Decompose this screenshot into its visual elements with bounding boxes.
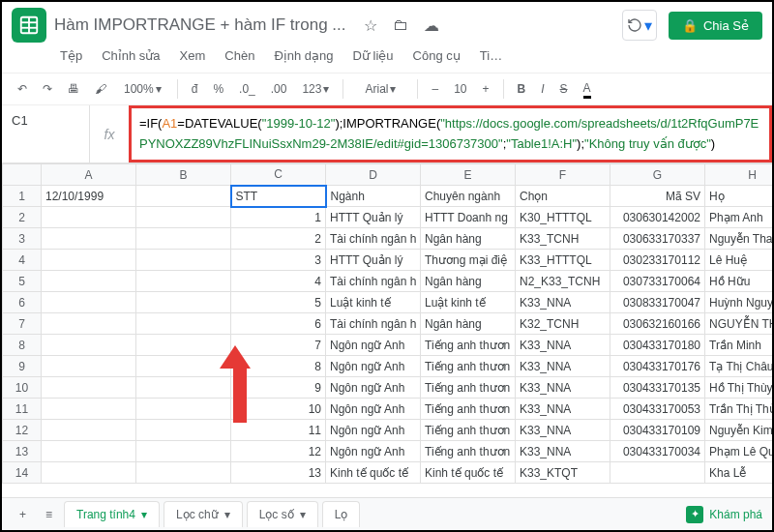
redo-button[interactable]: ↷ (37, 78, 58, 100)
cell[interactable]: K33_TCNH (516, 228, 610, 250)
sheet-tab-3[interactable]: Lọc số ▾ (247, 501, 318, 527)
cell[interactable]: 030433170176 (610, 356, 705, 377)
cell[interactable] (42, 399, 136, 420)
cell[interactable]: K30_HTTTQL (516, 207, 610, 228)
cell[interactable] (610, 462, 705, 484)
cell[interactable]: 030833170047 (610, 292, 705, 313)
cell[interactable]: K33_NNA (516, 335, 610, 356)
row-header[interactable]: 9 (3, 356, 42, 377)
cell[interactable]: Mã SV (610, 186, 705, 207)
cell[interactable]: K32_TCNH (516, 313, 610, 335)
cell[interactable]: K33_NNA (516, 377, 610, 399)
history-button[interactable]: ▾ (622, 10, 657, 41)
cell[interactable]: 030433170135 (610, 377, 705, 399)
cell[interactable] (136, 250, 231, 271)
cell[interactable]: K33_NNA (516, 420, 610, 441)
cell[interactable] (42, 250, 136, 271)
cell[interactable]: Tiếng anh thươn (421, 335, 516, 356)
cell[interactable]: Tài chính ngân h (326, 313, 421, 335)
cell[interactable]: Ngôn ngữ Anh (326, 441, 421, 462)
explore-label[interactable]: Khám phá (709, 508, 762, 521)
cell[interactable]: Luật kinh tế (326, 292, 421, 313)
menu-more[interactable]: Ti… (472, 44, 510, 67)
cell[interactable]: K33_NNA (516, 399, 610, 420)
cell[interactable]: 030433170180 (610, 335, 705, 356)
cell[interactable]: STT (231, 186, 326, 207)
decrease-decimal-button[interactable]: .0_ (233, 78, 261, 100)
print-button[interactable]: 🖶 (62, 78, 85, 100)
cell[interactable]: NGUYỄN THỊ TH (705, 313, 775, 335)
italic-button[interactable]: I (535, 78, 550, 100)
cell[interactable]: Hồ Thị Thùy (705, 377, 775, 399)
cell[interactable]: 2 (231, 228, 326, 250)
cell[interactable] (136, 207, 231, 228)
increase-decimal-button[interactable]: .00 (265, 78, 293, 100)
cell[interactable]: 4 (231, 271, 326, 292)
cloud-icon[interactable]: ☁ (424, 16, 439, 35)
add-sheet-button[interactable]: + (12, 504, 34, 525)
cell[interactable] (136, 420, 231, 441)
cell[interactable]: Tiếng anh thươn (421, 377, 516, 399)
cell[interactable]: HTTT Quản lý (326, 250, 421, 271)
cell[interactable]: Họ (705, 186, 775, 207)
cell[interactable]: 13 (231, 462, 326, 484)
sheet-tab-2[interactable]: Lọc chữ ▾ (164, 501, 243, 527)
text-color-button[interactable]: A (578, 77, 597, 101)
column-header[interactable]: H (705, 164, 775, 186)
cell[interactable]: Nguyễn Thanh (705, 228, 775, 250)
move-icon[interactable]: 🗀 (393, 16, 408, 35)
all-sheets-button[interactable]: ≡ (38, 504, 60, 525)
sheet-tab-1[interactable]: Trang tính4 ▾ (64, 501, 160, 527)
cell[interactable]: 1 (231, 207, 326, 228)
cell[interactable]: Chọn (516, 186, 610, 207)
cell[interactable] (42, 377, 136, 399)
font-family-dropdown[interactable]: Arial ▾ (351, 78, 409, 100)
cell[interactable]: 030632160166 (610, 313, 705, 335)
cell[interactable] (136, 356, 231, 377)
cell[interactable]: 030433170109 (610, 420, 705, 441)
cell[interactable]: Tài chính ngân h (326, 228, 421, 250)
cell[interactable]: K33_HTTTQL (516, 250, 610, 271)
cell[interactable]: Huỳnh Nguyễn T (705, 292, 775, 313)
explore-icon[interactable]: ✦ (686, 506, 703, 523)
cell[interactable] (42, 292, 136, 313)
cell[interactable]: 030633170337 (610, 228, 705, 250)
cell[interactable]: Ngôn ngữ Anh (326, 335, 421, 356)
column-header[interactable]: G (610, 164, 705, 186)
cell[interactable]: N2_K33_TCNH (516, 271, 610, 292)
cell[interactable] (136, 377, 231, 399)
cell[interactable]: 11 (231, 420, 326, 441)
column-header[interactable]: E (421, 164, 516, 186)
cell[interactable]: K33_NNA (516, 292, 610, 313)
row-header[interactable]: 2 (3, 207, 42, 228)
cell[interactable]: Luật kinh tế (421, 292, 516, 313)
cell[interactable]: 10 (231, 399, 326, 420)
cell[interactable]: Kinh tế quốc tế (421, 462, 516, 484)
cell[interactable]: Tiếng anh thươn (421, 420, 516, 441)
cell[interactable]: 030433170053 (610, 399, 705, 420)
cell[interactable]: Tài chính ngân h (326, 271, 421, 292)
cell[interactable]: 030630142002 (610, 207, 705, 228)
row-header[interactable]: 13 (3, 441, 42, 462)
cell[interactable] (42, 420, 136, 441)
bold-button[interactable]: B (512, 78, 532, 100)
column-header[interactable]: B (136, 164, 231, 186)
column-header[interactable]: D (326, 164, 421, 186)
menu-tools[interactable]: Công cụ (405, 44, 468, 67)
cell[interactable]: Ngôn ngữ Anh (326, 377, 421, 399)
column-header[interactable]: A (42, 164, 136, 186)
cell[interactable]: Tiếng anh thươn (421, 441, 516, 462)
sheet-tab-4[interactable]: Lọ (322, 501, 361, 527)
formula-input[interactable]: =IF(A1=DATEVALUE("1999-10-12");IMPORTRAN… (129, 105, 772, 163)
percent-format-button[interactable]: % (207, 78, 229, 100)
cell[interactable]: Tiếng anh thươn (421, 356, 516, 377)
more-formats-dropdown[interactable]: 123 ▾ (296, 78, 335, 100)
spreadsheet-grid[interactable]: ABCDEFGH112/10/1999STTNgànhChuyên ngànhC… (2, 163, 772, 484)
cell[interactable]: Ngôn ngữ Anh (326, 420, 421, 441)
cell[interactable]: Ngôn ngữ Anh (326, 399, 421, 420)
cell[interactable] (42, 228, 136, 250)
menu-edit[interactable]: Chỉnh sửa (94, 44, 167, 67)
cell[interactable]: Ngành (326, 186, 421, 207)
row-header[interactable]: 3 (3, 228, 42, 250)
cell[interactable] (136, 399, 231, 420)
